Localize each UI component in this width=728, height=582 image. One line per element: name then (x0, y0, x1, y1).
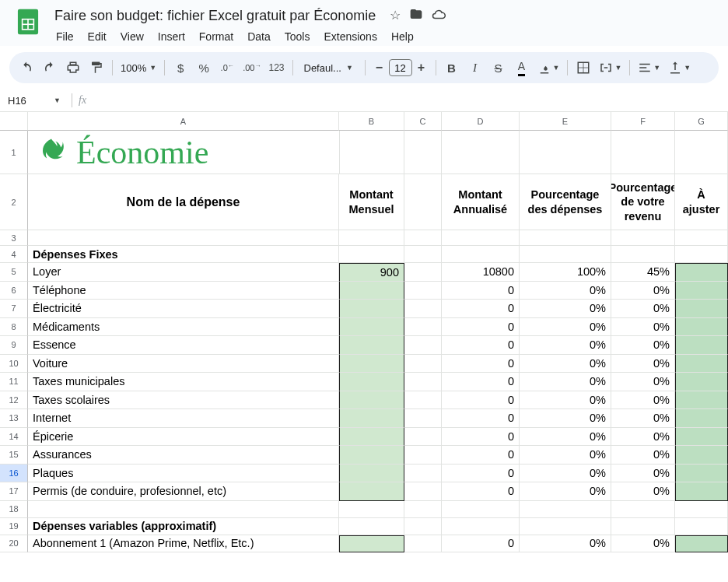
row-header[interactable]: 12 (0, 391, 28, 410)
expense-adjust[interactable] (675, 373, 728, 391)
header-name[interactable]: Nom de la dépense (28, 174, 339, 230)
borders-button[interactable] (572, 57, 594, 79)
row-header[interactable]: 19 (0, 518, 28, 535)
expense-annual[interactable]: 0 (442, 355, 520, 373)
expense-name[interactable]: Assurances (28, 446, 339, 465)
expense-annual[interactable]: 0 (442, 465, 520, 483)
expense-annual[interactable]: 0 (442, 482, 520, 501)
sheets-logo[interactable] (12, 6, 44, 37)
brand-cell[interactable]: Économie (28, 131, 339, 174)
expense-adjust[interactable] (675, 355, 728, 373)
expense-name[interactable]: Épicerie (28, 428, 339, 447)
row-header[interactable]: 11 (0, 373, 28, 391)
expense-adjust[interactable] (675, 282, 728, 300)
row-header[interactable]: 5 (0, 263, 28, 282)
cloud-status-icon[interactable] (432, 8, 446, 25)
row-header[interactable]: 9 (0, 336, 28, 355)
expense-monthly[interactable] (339, 535, 404, 552)
header-pct-expenses[interactable]: Pourcentage des dépenses (520, 174, 611, 230)
expense-adjust[interactable] (675, 446, 728, 465)
menu-help[interactable]: Help (385, 27, 420, 46)
expense-pct-expenses[interactable]: 0% (520, 409, 611, 428)
expense-pct-revenue[interactable]: 0% (611, 373, 675, 391)
expense-pct-expenses[interactable]: 0% (520, 465, 611, 483)
row-header[interactable]: 2 (0, 174, 28, 230)
expense-annual[interactable]: 10800 (442, 263, 520, 282)
move-icon[interactable] (410, 8, 422, 25)
header-annual[interactable]: Montant Annualisé (442, 174, 520, 230)
row-header[interactable]: 13 (0, 409, 28, 428)
expense-pct-revenue[interactable]: 0% (611, 355, 675, 373)
row-header[interactable]: 8 (0, 318, 28, 337)
expense-monthly[interactable]: 900 (339, 263, 404, 282)
h-align-button[interactable]: ▼ (635, 57, 663, 79)
expense-name[interactable]: Téléphone (28, 282, 339, 300)
col-header[interactable]: E (520, 112, 611, 131)
header-pct-revenue[interactable]: Pourcentage de votre revenu (611, 174, 675, 230)
merge-button[interactable]: ▼ (596, 57, 625, 79)
expense-annual[interactable]: 0 (442, 409, 520, 428)
expense-monthly[interactable] (339, 465, 404, 483)
expense-adjust[interactable] (675, 336, 728, 355)
expense-name[interactable]: Taxes scolaires (28, 391, 339, 410)
expense-pct-revenue[interactable]: 0% (611, 318, 675, 337)
expense-pct-revenue[interactable]: 0% (611, 535, 675, 552)
row-header[interactable]: 18 (0, 501, 28, 518)
row-header[interactable]: 15 (0, 446, 28, 465)
expense-name[interactable]: Essence (28, 336, 339, 355)
expense-pct-revenue[interactable]: 0% (611, 428, 675, 447)
expense-monthly[interactable] (339, 446, 404, 465)
expense-pct-expenses[interactable]: 100% (520, 263, 611, 282)
strikethrough-button[interactable]: S (488, 57, 509, 79)
expense-pct-expenses[interactable]: 0% (520, 428, 611, 447)
expense-name[interactable]: Plaques (28, 465, 339, 483)
expense-adjust[interactable] (675, 428, 728, 447)
redo-button[interactable] (39, 57, 61, 79)
fill-color-button[interactable]: ▼ (534, 57, 563, 79)
expense-adjust[interactable] (675, 409, 728, 428)
font-size-dec-button[interactable]: − (370, 58, 389, 77)
expense-pct-expenses[interactable]: 0% (520, 446, 611, 465)
expense-name[interactable]: Abonnement 1 (Amazon Prime, Netflix, Etc… (28, 535, 339, 552)
row-header[interactable]: 7 (0, 300, 28, 318)
expense-name[interactable]: Électricité (28, 300, 339, 318)
expense-pct-expenses[interactable]: 0% (520, 482, 611, 501)
menu-tools[interactable]: Tools (278, 27, 317, 46)
expense-name[interactable]: Internet (28, 409, 339, 428)
col-header[interactable]: A (28, 112, 339, 131)
col-header[interactable]: C (404, 112, 442, 131)
expense-adjust[interactable] (675, 318, 728, 337)
expense-pct-expenses[interactable]: 0% (520, 535, 611, 552)
expense-pct-expenses[interactable]: 0% (520, 355, 611, 373)
expense-annual[interactable]: 0 (442, 373, 520, 391)
undo-button[interactable] (16, 57, 37, 79)
text-color-button[interactable]: A (511, 57, 533, 79)
currency-button[interactable]: $ (170, 57, 191, 79)
expense-adjust[interactable] (675, 263, 728, 282)
font-select[interactable]: Defaul...▼ (298, 62, 360, 74)
expense-pct-revenue[interactable]: 0% (611, 282, 675, 300)
expense-name[interactable]: Permis (de conduire, profesionnel, etc) (28, 482, 339, 501)
expense-monthly[interactable] (339, 318, 404, 337)
zoom-select[interactable]: 100%▼ (117, 62, 159, 74)
header-monthly[interactable]: Montant Mensuel (339, 174, 404, 230)
expense-annual[interactable]: 0 (442, 318, 520, 337)
row-header[interactable]: 6 (0, 282, 28, 300)
percent-button[interactable]: % (193, 57, 215, 79)
row-header[interactable]: 14 (0, 428, 28, 447)
expense-pct-revenue[interactable]: 0% (611, 446, 675, 465)
expense-annual[interactable]: 0 (442, 535, 520, 552)
expense-pct-revenue[interactable]: 0% (611, 336, 675, 355)
more-formats-button[interactable]: 123 (265, 57, 287, 79)
expense-adjust[interactable] (675, 465, 728, 483)
expense-monthly[interactable] (339, 428, 404, 447)
expense-annual[interactable]: 0 (442, 428, 520, 447)
row-header[interactable]: 1 (0, 131, 28, 174)
row-header[interactable]: 4 (0, 246, 28, 263)
font-size-input[interactable] (389, 59, 412, 76)
row-header[interactable]: 10 (0, 355, 28, 373)
expense-pct-revenue[interactable]: 0% (611, 300, 675, 318)
expense-pct-expenses[interactable]: 0% (520, 282, 611, 300)
formula-bar[interactable] (91, 93, 728, 108)
expense-monthly[interactable] (339, 300, 404, 318)
